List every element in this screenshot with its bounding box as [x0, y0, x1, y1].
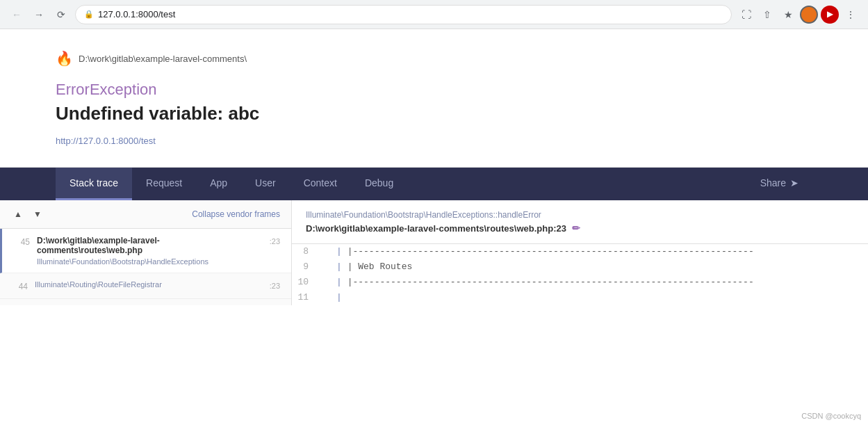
project-path-text: D:\work\gitlab\example-laravel-comments\ [79, 54, 247, 64]
back-button[interactable]: ← [8, 6, 25, 23]
watermark: CSDN @cookcyq [801, 412, 861, 420]
flame-icon: 🔥 [56, 50, 73, 67]
extension-button[interactable]: ▶ [821, 6, 839, 24]
reload-button[interactable]: ⟳ [53, 6, 69, 23]
error-url[interactable]: http://127.0.0.1:8000/test [56, 136, 156, 146]
page-content: 🔥 D:\work\gitlab\example-laravel-comment… [0, 29, 868, 427]
frame-item-45[interactable]: 45 D:\work\gitlab\example-laravel-commen… [0, 229, 291, 273]
frame-number-45: 45 [13, 236, 30, 247]
tab-app[interactable]: App [196, 168, 241, 200]
tabs-bar: Stack trace Request App User Context Deb… [0, 168, 868, 200]
line-number-10: 10 [292, 275, 320, 290]
screenshot-button[interactable]: ⛶ [737, 6, 755, 24]
code-view: 8 | |-----------------------------------… [292, 244, 868, 305]
project-path: 🔥 D:\work\gitlab\example-laravel-comment… [56, 50, 812, 67]
frame-class-44: Illuminate\Routing\RouteFileRegistrar [35, 280, 263, 289]
collapse-vendor-link[interactable]: Collapse vendor frames [192, 209, 280, 219]
line-content-8: | |-------------------------------------… [331, 244, 868, 259]
edit-icon[interactable]: ✏ [572, 223, 580, 234]
frame-details-45: D:\work\gitlab\example-laravel-comments\… [37, 236, 263, 266]
line-number-11: 11 [292, 290, 320, 305]
frame-number-44: 44 [11, 280, 28, 291]
code-line-11: 11 | [292, 290, 868, 305]
tab-context[interactable]: Context [290, 168, 351, 200]
frame-file-45: D:\work\gitlab\example-laravel-comments\… [37, 236, 263, 255]
lock-icon: 🔒 [84, 10, 94, 19]
code-panel: Illuminate\Foundation\Bootstrap\HandleEx… [292, 200, 868, 305]
arrow-down-button[interactable]: ▼ [31, 207, 44, 221]
tab-debug[interactable]: Debug [351, 168, 407, 200]
line-content-9: | | Web Routes [331, 259, 868, 275]
frame-line-44: :23 [270, 280, 280, 290]
url-input[interactable] [98, 9, 723, 19]
line-content-11: | [331, 290, 868, 305]
bookmark-button[interactable]: ★ [779, 6, 797, 24]
code-class-name: Illuminate\Foundation\Bootstrap\HandleEx… [306, 210, 854, 220]
code-file-header: Illuminate\Foundation\Bootstrap\HandleEx… [292, 200, 868, 244]
code-line-9: 9 | | Web Routes [292, 259, 868, 275]
error-type: ErrorException [56, 81, 812, 99]
error-message: Undefined variable: abc [56, 103, 812, 124]
menu-button[interactable]: ⋮ [842, 6, 860, 24]
frame-class-45: Illuminate\Foundation\Bootstrap\HandleEx… [37, 257, 263, 266]
main-content: ▲ ▼ Collapse vendor frames 45 D:\work\gi… [0, 200, 868, 305]
tab-request[interactable]: Request [132, 168, 196, 200]
frame-item-44[interactable]: 44 Illuminate\Routing\RouteFileRegistrar… [0, 273, 291, 299]
browser-actions: ⛶ ⇧ ★ ▶ ⋮ [737, 6, 860, 24]
share-button[interactable]: ⇧ [758, 6, 776, 24]
stack-panel: ▲ ▼ Collapse vendor frames 45 D:\work\gi… [0, 200, 292, 305]
line-indicator-10 [320, 275, 322, 290]
address-bar[interactable]: 🔒 [75, 5, 732, 24]
line-content-10: | |-------------------------------------… [331, 275, 868, 290]
tab-share[interactable]: Share ➤ [746, 168, 812, 200]
tab-user[interactable]: User [241, 168, 290, 200]
profile-button[interactable] [800, 6, 818, 24]
line-number-8: 8 [292, 244, 320, 259]
line-indicator-11 [320, 290, 322, 305]
line-indicator-8 [320, 244, 322, 259]
browser-chrome: ← → ⟳ 🔒 ⛶ ⇧ ★ ▶ ⋮ [0, 0, 868, 29]
code-line-8: 8 | |-----------------------------------… [292, 244, 868, 259]
forward-button[interactable]: → [31, 6, 47, 23]
frame-line-45: :23 [270, 236, 280, 245]
code-line-10: 10 | |----------------------------------… [292, 275, 868, 290]
line-indicator-9 [320, 259, 322, 275]
line-number-9: 9 [292, 259, 320, 275]
code-file-path: D:\work\gitlab\example-laravel-comments\… [306, 223, 854, 234]
arrow-up-button[interactable]: ▲ [11, 207, 25, 221]
error-header: 🔥 D:\work\gitlab\example-laravel-comment… [0, 29, 868, 168]
tab-stack-trace[interactable]: Stack trace [56, 168, 132, 200]
stack-controls: ▲ ▼ Collapse vendor frames [0, 200, 291, 229]
frame-details-44: Illuminate\Routing\RouteFileRegistrar [35, 280, 263, 289]
